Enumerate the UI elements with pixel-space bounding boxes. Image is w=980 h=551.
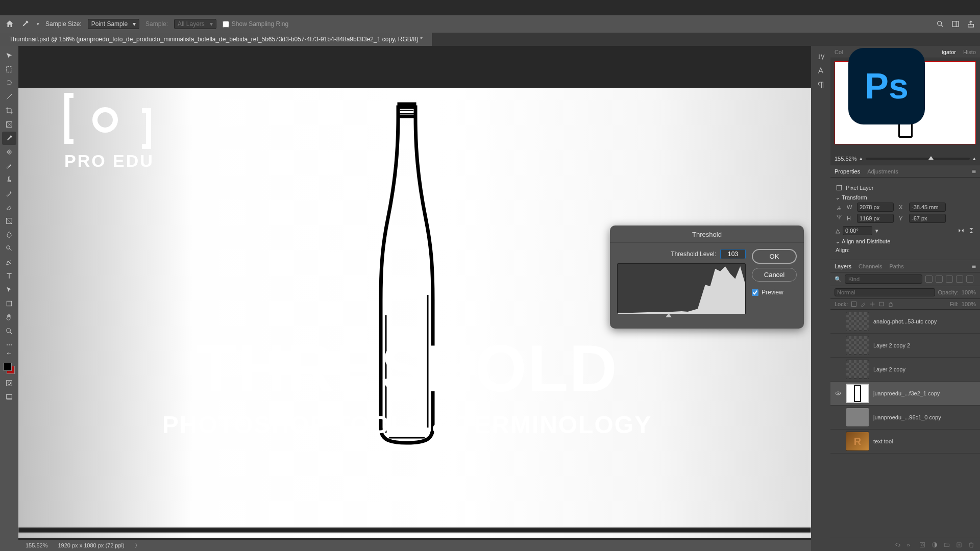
search-icon[interactable] — [936, 20, 944, 28]
layer-name[interactable]: Layer 2 copy — [873, 366, 976, 372]
character-icon[interactable] — [816, 66, 825, 76]
x-field[interactable] — [909, 203, 946, 212]
layer-row[interactable]: juanproedu_...f3e2_1 copy — [830, 382, 980, 406]
link-wh-icon[interactable] — [836, 205, 843, 220]
angle-field[interactable] — [843, 226, 872, 235]
stamp-tool[interactable] — [2, 173, 16, 186]
tab-adjustments[interactable]: Adjustments — [867, 168, 898, 174]
visibility-toggle[interactable] — [835, 438, 842, 445]
visibility-toggle[interactable] — [835, 342, 842, 349]
adjustment-icon[interactable] — [931, 541, 938, 548]
pen-tool[interactable] — [2, 256, 16, 269]
layer-thumbnail[interactable] — [846, 384, 869, 403]
gradient-tool[interactable] — [2, 214, 16, 228]
fx-icon[interactable]: fx — [906, 541, 914, 548]
lasso-tool[interactable] — [2, 77, 16, 90]
shape-tool[interactable] — [2, 297, 16, 310]
workspace-icon[interactable] — [951, 20, 960, 28]
blur-tool[interactable] — [2, 228, 16, 241]
tab-properties[interactable]: Properties — [835, 168, 860, 174]
layer-name[interactable]: text tool — [873, 438, 976, 444]
filter-type-icons[interactable] — [925, 276, 973, 283]
ok-button[interactable]: OK — [752, 249, 797, 264]
layer-thumbnail[interactable] — [846, 408, 869, 427]
preview-checkbox[interactable]: Preview — [752, 289, 797, 296]
layer-name[interactable]: juanproedu_...f3e2_1 copy — [873, 390, 976, 396]
layer-row[interactable]: R text tool — [830, 430, 980, 454]
tab-color[interactable]: Col — [835, 49, 843, 55]
transform-section[interactable]: Transform — [836, 194, 975, 201]
marquee-tool[interactable] — [2, 63, 16, 76]
wand-tool[interactable] — [2, 90, 16, 104]
status-doc-size[interactable]: 1920 px x 1080 px (72 ppi) — [58, 542, 124, 548]
tab-layers[interactable]: Layers — [835, 263, 851, 269]
lock-position-icon[interactable] — [869, 301, 875, 307]
tab-histogram[interactable]: Histo — [963, 49, 976, 55]
healing-tool[interactable] — [2, 145, 16, 159]
cancel-button[interactable]: Cancel — [752, 268, 797, 282]
flip-h-icon[interactable] — [958, 227, 965, 234]
align-section[interactable]: Align and Distribute — [836, 238, 975, 244]
status-zoom[interactable]: 155.52% — [26, 542, 47, 548]
hand-tool[interactable] — [2, 311, 16, 324]
move-tool[interactable] — [2, 49, 16, 62]
tab-channels[interactable]: Channels — [859, 263, 882, 269]
layer-thumbnail[interactable]: R — [846, 432, 869, 451]
layers-menu-icon[interactable]: ≡ — [972, 262, 976, 270]
opacity-value[interactable]: 100% — [962, 289, 976, 295]
home-icon[interactable] — [5, 19, 14, 29]
layer-thumbnail[interactable] — [846, 312, 869, 331]
layer-thumbnail[interactable] — [846, 336, 869, 355]
visibility-toggle[interactable] — [835, 390, 842, 397]
y-field[interactable] — [909, 214, 946, 223]
zoom-tool[interactable] — [2, 324, 16, 338]
sample-size-select[interactable]: Point Sample — [88, 19, 139, 29]
width-field[interactable] — [857, 203, 894, 212]
fill-value[interactable]: 100% — [962, 301, 976, 307]
lock-all-icon[interactable] — [888, 301, 894, 307]
layer-row[interactable]: analog-phot...53-utc copy — [830, 310, 980, 334]
layer-name[interactable]: analog-phot...53-utc copy — [873, 318, 976, 324]
color-swatch[interactable] — [4, 363, 15, 374]
new-layer-icon[interactable] — [955, 541, 963, 548]
path-select-tool[interactable] — [2, 283, 16, 296]
lock-artboard-icon[interactable] — [878, 301, 885, 307]
edit-toolbar[interactable] — [2, 338, 16, 352]
panel-menu-icon[interactable]: ≡ — [972, 167, 976, 176]
tab-navigator[interactable]: igator — [942, 49, 956, 55]
flip-v-icon[interactable] — [968, 227, 975, 234]
threshold-level-input[interactable] — [720, 249, 746, 259]
trash-icon[interactable] — [968, 541, 975, 548]
threshold-slider[interactable] — [617, 314, 746, 321]
visibility-toggle[interactable] — [835, 318, 842, 325]
layer-thumbnail[interactable] — [846, 360, 869, 379]
dodge-tool[interactable] — [2, 242, 16, 255]
layer-name[interactable]: juanproedu_...96c1_0 copy — [873, 414, 976, 420]
type-tool[interactable] — [2, 269, 16, 283]
share-icon[interactable] — [967, 20, 975, 28]
swap-colors-icon[interactable] — [2, 352, 16, 359]
foreground-color[interactable] — [4, 363, 12, 371]
height-field[interactable] — [857, 214, 894, 223]
link-layers-icon[interactable] — [894, 541, 901, 548]
visibility-toggle[interactable] — [835, 414, 842, 421]
lock-transparent-icon[interactable] — [851, 301, 857, 307]
zoom-in-icon[interactable]: ▴ — [973, 155, 976, 162]
layer-filter-input[interactable] — [845, 274, 922, 284]
eyedropper-tool-icon[interactable] — [20, 19, 30, 29]
layer-row[interactable]: Layer 2 copy — [830, 358, 980, 382]
angle-dropdown[interactable]: ▾ — [875, 228, 878, 234]
status-arrow-icon[interactable]: 〉 — [135, 542, 140, 549]
eyedropper-tool[interactable] — [2, 132, 16, 145]
glyphs-icon[interactable] — [816, 52, 825, 61]
history-brush-tool[interactable] — [2, 187, 16, 200]
group-icon[interactable] — [943, 541, 950, 548]
navigator-zoom-value[interactable]: 155.52% — [835, 156, 856, 162]
layer-row[interactable]: juanproedu_...96c1_0 copy — [830, 406, 980, 430]
quick-mask-icon[interactable] — [2, 377, 16, 390]
tab-paths[interactable]: Paths — [890, 263, 904, 269]
zoom-out-icon[interactable]: ▴ — [860, 155, 863, 162]
navigator-zoom-slider[interactable] — [866, 158, 970, 160]
tool-preset-dropdown[interactable]: ▾ — [37, 21, 39, 27]
crop-tool[interactable] — [2, 104, 16, 117]
